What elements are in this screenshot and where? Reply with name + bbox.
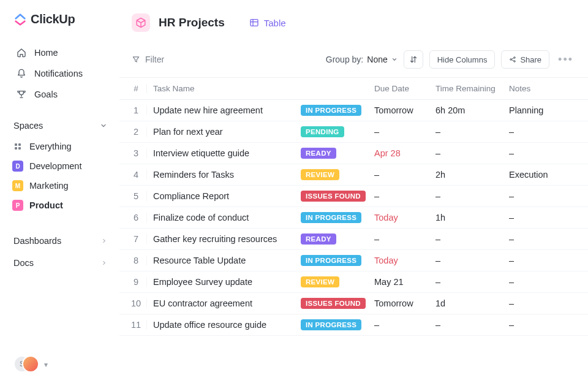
cell-notes[interactable]: – [509,234,576,244]
cell-status[interactable]: REVIEW [301,169,374,180]
table-row[interactable]: 8Resource Table UpdateIN PROGRESSToday–– [119,250,588,271]
cell-due-date[interactable]: May 21 [374,277,435,287]
cell-notes[interactable]: – [509,148,576,158]
status-badge: PENDING [301,126,344,137]
nav-item-home[interactable]: Home [11,44,111,62]
cell-status[interactable]: READY [301,148,374,159]
cell-time-remaining[interactable]: – [435,234,509,244]
trophy-icon [16,89,27,100]
cell-status[interactable]: READY [301,233,374,245]
cell-time-remaining[interactable]: – [435,256,509,265]
section-label: Docs [13,258,34,268]
sidebar-space-development[interactable]: DDevelopment [11,156,111,176]
col-header-notes[interactable]: Notes [509,84,576,93]
cell-due-date[interactable]: – [374,320,435,330]
table-row[interactable]: 9Employee Survey updateREVIEWMay 21–– [119,271,588,293]
view-label: Table [264,18,286,28]
sidebar-space-everything[interactable]: Everything [11,137,111,156]
cell-time-remaining[interactable]: 6h 20m [435,105,509,115]
view-switcher-table[interactable]: Table [249,18,286,28]
cell-due-date[interactable]: – [374,127,435,137]
status-badge: REVIEW [301,276,339,287]
sidebar-section-dashboards[interactable]: Dashboards [11,230,111,252]
cell-notes[interactable]: – [509,213,576,222]
cell-status[interactable]: IN PROGRESS [301,212,374,223]
cell-status[interactable]: REVIEW [301,276,374,287]
group-by-selector[interactable]: Group by: None [326,55,398,64]
cell-number: 6 [126,213,146,222]
table-row[interactable]: 4Reminders for TasksREVIEW–2hExecution [119,164,588,186]
group-by-label: Group by: [326,55,363,64]
cell-time-remaining[interactable]: – [435,148,509,158]
cell-status[interactable]: ISSUES FOUND [301,298,374,309]
cell-notes[interactable]: Planning [509,105,576,115]
sidebar-sections: DashboardsDocs [11,230,111,274]
cell-due-date[interactable]: – [374,170,435,180]
cell-time-remaining[interactable]: 1h [435,213,509,222]
cell-status[interactable]: PENDING [301,126,374,137]
brand-logo[interactable]: ClickUp [13,12,111,26]
col-header-status[interactable] [301,84,374,93]
cell-time-remaining[interactable]: – [435,320,509,330]
sidebar-space-product[interactable]: PProduct [11,196,111,215]
nav-item-notifications[interactable]: Notifications [11,64,111,83]
cell-status[interactable]: IN PROGRESS [301,255,374,266]
table-row[interactable]: 7Gather key recruiting resourcesREADY––– [119,229,588,250]
col-header-task-name[interactable]: Task Name [146,84,301,93]
cell-due-date[interactable]: – [374,191,435,201]
hide-columns-button[interactable]: Hide Columns [429,50,496,69]
cell-due-date[interactable]: Tomorrow [374,298,435,308]
cell-time-remaining[interactable]: 1d [435,298,509,308]
cell-number: 8 [126,256,146,265]
space-letter-icon: P [12,200,23,211]
nav-item-goals[interactable]: Goals [11,85,111,104]
sidebar-section-docs[interactable]: Docs [11,252,111,274]
table-row[interactable]: 1Update new hire agreementIN PROGRESSTom… [119,100,588,121]
cell-notes[interactable]: – [509,127,576,137]
cell-time-remaining[interactable]: – [435,127,509,137]
more-options-button[interactable]: ••• [556,53,576,66]
col-header-time-remaining[interactable]: Time Remaining [435,84,509,93]
cell-status[interactable]: ISSUES FOUND [301,191,374,202]
cube-icon [132,13,150,32]
cell-due-date[interactable]: – [374,234,435,244]
col-header-number[interactable]: # [126,84,146,93]
table-row[interactable]: 5Compliance ReportISSUES FOUND––– [119,186,588,207]
status-badge: REVIEW [301,169,339,180]
toolbar: Filter Group by: None Hide Columns Share… [119,47,588,77]
nav-item-label: Goals [34,89,58,99]
table-row[interactable]: 3Interview etiquette guideREADYApr 28–– [119,143,588,164]
cell-time-remaining[interactable]: 2h [435,170,509,180]
cell-due-date[interactable]: Today [374,256,435,265]
cell-notes[interactable]: – [509,277,576,287]
table-row[interactable]: 2Plan for next yearPENDING––– [119,121,588,143]
col-header-due-date[interactable]: Due Date [374,84,435,93]
sidebar-space-marketing[interactable]: MMarketing [11,176,111,196]
chevron-right-icon [101,260,107,266]
cell-notes[interactable]: – [509,298,576,308]
table-row[interactable]: 6Finalize code of conductIN PROGRESSToda… [119,207,588,229]
cell-notes[interactable]: – [509,256,576,265]
cell-status[interactable]: IN PROGRESS [301,319,374,330]
cell-task-name: Reminders for Tasks [146,170,301,180]
cell-time-remaining[interactable]: – [435,277,509,287]
space-label: Development [29,161,81,171]
cell-notes[interactable]: – [509,191,576,201]
cell-notes[interactable]: Execution [509,170,576,180]
cell-notes[interactable]: – [509,320,576,330]
sidebar-footer[interactable]: S ▾ [11,355,111,379]
cell-due-date[interactable]: Apr 28 [374,148,435,158]
table-row[interactable]: 11Update office resource guideIN PROGRES… [119,314,588,336]
spaces-header[interactable]: Spaces [11,121,111,137]
filter-button[interactable]: Filter [132,55,164,64]
page-title: HR Projects [159,16,225,29]
cell-task-name: EU contractor agreement [146,298,301,308]
cell-status[interactable]: IN PROGRESS [301,105,374,116]
cell-due-date[interactable]: Tomorrow [374,105,435,115]
cell-time-remaining[interactable]: – [435,191,509,201]
space-label: Marketing [29,181,69,191]
cell-due-date[interactable]: Today [374,213,435,222]
sort-button[interactable] [404,50,423,69]
table-row[interactable]: 10EU contractor agreementISSUES FOUNDTom… [119,293,588,314]
share-button[interactable]: Share [501,50,549,69]
